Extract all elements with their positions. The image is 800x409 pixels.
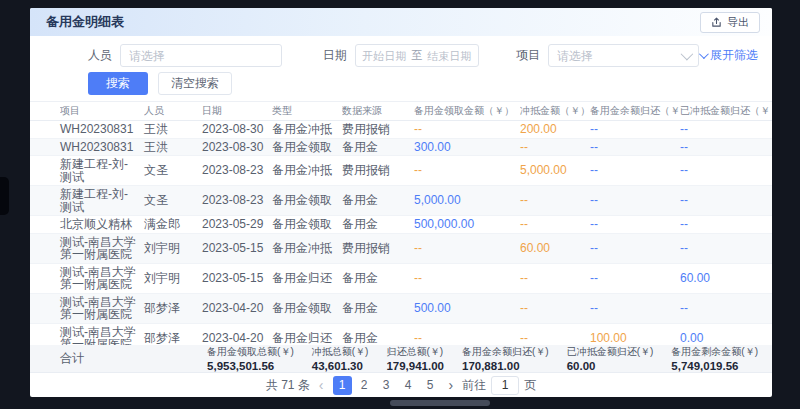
cell-date: 2023-08-23: [202, 164, 272, 177]
summary-stat-value: 5,749,019.56: [671, 360, 758, 372]
summary-stat-value: 60.00: [567, 360, 654, 372]
person-select-input[interactable]: [120, 44, 282, 67]
project-select[interactable]: [548, 44, 699, 67]
cell-project: 测试-南昌大学第一附属医院: [60, 266, 144, 291]
cell-amount: 200.00: [520, 123, 590, 136]
horizontal-scrollbar-thumb[interactable]: [390, 400, 490, 406]
cell-type: 备用金领取: [272, 194, 342, 207]
page-list: 12345: [333, 376, 440, 395]
cell-amount: 500,000.00: [414, 218, 520, 231]
cell-date: 2023-04-20: [202, 302, 272, 315]
page-button[interactable]: 5: [421, 376, 440, 395]
expand-filters-link[interactable]: 展开筛选: [699, 47, 758, 64]
column-header: 类型: [272, 104, 342, 118]
cell-amount: --: [520, 272, 590, 285]
total-count-text: 共 71 条: [266, 377, 310, 394]
cell-person: 邵梦泽: [144, 302, 202, 315]
clear-search-button[interactable]: 清空搜索: [158, 72, 232, 95]
summary-stat: 备用金领取总额(￥)5,953,501.56: [207, 345, 294, 372]
chevron-down-icon: [699, 49, 709, 59]
cell-amount: --: [590, 164, 680, 177]
date-filter-label: 日期: [323, 47, 347, 64]
page-button[interactable]: 2: [355, 376, 374, 395]
cell-amount: --: [680, 141, 770, 154]
column-header: 备用金领取金额（￥）: [414, 104, 520, 118]
cell-amount: --: [520, 302, 590, 315]
page-button[interactable]: 4: [399, 376, 418, 395]
export-label: 导出: [727, 15, 749, 30]
cell-amount: --: [680, 164, 770, 177]
summary-stat: 冲抵总额(￥)43,601.30: [312, 345, 369, 372]
column-header: 项目: [60, 104, 144, 118]
cell-person: 王洪: [144, 141, 202, 154]
summary-stat-label: 冲抵总额(￥): [312, 345, 369, 359]
report-card: 备用金明细表 导出 人员 日期 至 项目 展开筛选: [30, 8, 772, 397]
cell-amount: --: [520, 218, 590, 231]
page-button[interactable]: 1: [333, 376, 352, 395]
cell-amount: --: [520, 194, 590, 207]
cell-person: 刘宇明: [144, 272, 202, 285]
cell-source: 备用金: [342, 302, 414, 315]
filter-actions: 搜索 清空搜索: [30, 67, 772, 95]
prev-page-button[interactable]: ‹: [317, 377, 326, 393]
cell-project: 测试-南昌大学第一附属医院: [60, 326, 144, 346]
export-button[interactable]: 导出: [700, 12, 760, 33]
cell-amount: --: [680, 218, 770, 231]
cell-project: 北京顺义精林: [60, 218, 144, 231]
cell-amount: --: [680, 302, 770, 315]
cell-type: 备用金冲抵: [272, 164, 342, 177]
cell-project: WH20230831: [60, 123, 144, 136]
cell-amount: 300.00: [414, 141, 520, 154]
cell-amount: --: [590, 141, 680, 154]
cell-person: 文圣: [144, 194, 202, 207]
goto-page-input[interactable]: [491, 376, 519, 395]
column-header: 日期: [202, 104, 272, 118]
cell-amount: --: [590, 218, 680, 231]
search-button[interactable]: 搜索: [88, 72, 148, 95]
cell-source: 备用金: [342, 332, 414, 345]
cell-type: 备用金归还: [272, 272, 342, 285]
cell-amount: --: [590, 242, 680, 255]
filter-bar: 人员 日期 至 项目 展开筛选: [30, 36, 772, 67]
cell-project: 测试-南昌大学第一附属医院: [60, 296, 144, 321]
cell-source: 备用金: [342, 141, 414, 154]
table-row: 测试-南昌大学第一附属医院邵梦泽2023-04-20备用金归还备用金----10…: [30, 324, 772, 346]
cell-date: 2023-04-20: [202, 332, 272, 345]
column-header: 人员: [144, 104, 202, 118]
cell-amount: 0.00: [680, 332, 770, 345]
cell-amount: --: [590, 302, 680, 315]
table-row: 测试-南昌大学第一附属医院刘宇明2023-05-15备用金归还备用金------…: [30, 264, 772, 294]
cell-amount: 500.00: [414, 302, 520, 315]
table-row: 新建工程-刘-测试文圣2023-08-23备用金冲抵费用报销--5,000.00…: [30, 156, 772, 186]
date-end-input[interactable]: [425, 50, 473, 62]
export-icon: [711, 17, 722, 28]
person-filter-label: 人员: [88, 47, 112, 64]
column-header: 备用金余额归还（￥）: [590, 104, 680, 118]
page-button[interactable]: 3: [377, 376, 396, 395]
summary-stats: 备用金领取总额(￥)5,953,501.56冲抵总额(￥)43,601.30归还…: [207, 345, 758, 372]
cell-amount: --: [414, 332, 520, 345]
summary-stat: 备用金剩余金额(￥)5,749,019.56: [671, 345, 758, 372]
cell-date: 2023-08-30: [202, 123, 272, 136]
page-jumper: 前往 页: [462, 376, 536, 395]
table-header-row: 项目人员日期类型数据来源备用金领取金额（￥）冲抵金额（￥）备用金余额归还（￥）已…: [30, 101, 772, 121]
page-title: 备用金明细表: [46, 13, 124, 31]
summary-stat-label: 备用金领取总额(￥): [207, 345, 294, 359]
date-range-picker[interactable]: 至: [355, 44, 479, 67]
cell-date: 2023-08-30: [202, 141, 272, 154]
date-start-input[interactable]: [360, 50, 408, 62]
cell-amount: --: [414, 242, 520, 255]
table-row: WH20230831王洪2023-08-30备用金领取备用金300.00----…: [30, 139, 772, 157]
cell-person: 满金郎: [144, 218, 202, 231]
expand-filters-label: 展开筛选: [710, 47, 758, 64]
cell-project: WH20230831: [60, 141, 144, 154]
next-page-button[interactable]: ›: [447, 377, 456, 393]
summary-stat-value: 5,953,501.56: [207, 360, 294, 372]
project-select-input[interactable]: [557, 49, 675, 63]
cell-amount: --: [590, 123, 680, 136]
cell-person: 王洪: [144, 123, 202, 136]
cell-date: 2023-08-23: [202, 194, 272, 207]
cell-source: 备用金: [342, 272, 414, 285]
summary-total-label: 合计: [60, 350, 84, 367]
drawer-handle[interactable]: [0, 177, 9, 215]
